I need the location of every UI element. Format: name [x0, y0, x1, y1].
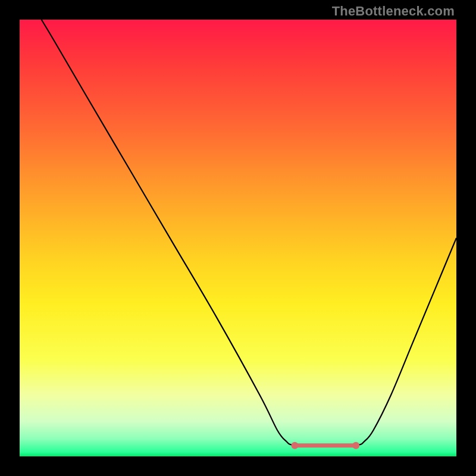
svg-point-1	[291, 442, 298, 449]
bottleneck-curve	[42, 20, 456, 446]
optimal-range-marker	[291, 442, 359, 449]
svg-point-2	[352, 442, 359, 449]
attribution-label: TheBottleneck.com	[332, 4, 455, 19]
curve-svg	[20, 20, 456, 456]
